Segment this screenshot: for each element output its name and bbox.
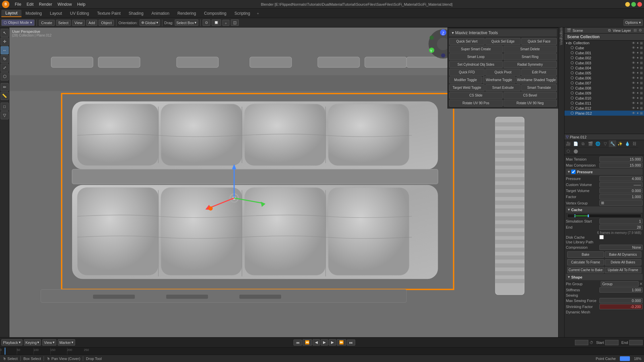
delete-all-btn[interactable]: Delete All Bakes	[605, 259, 642, 265]
pin-close-btn[interactable]: ✕	[639, 282, 643, 286]
tab-modeling[interactable]: Modeling	[21, 10, 46, 17]
tree-item-cube007[interactable]: ⬡Cube.007👁 ✦ ⊞	[565, 80, 644, 85]
current-frame-input[interactable]: 7	[575, 340, 588, 345]
maxivz-collapse-icon[interactable]: ▾	[452, 31, 454, 35]
tab-animation[interactable]: Animation	[148, 10, 173, 17]
shape-section-header[interactable]: Shape	[566, 274, 643, 280]
target-vol-value[interactable]: 0.000	[599, 188, 643, 193]
tree-item-collection[interactable]: ▾🗁Collection👁 ✦ ⊞	[565, 41, 644, 45]
smart-extrude-btn[interactable]: Smart Extrude	[485, 84, 521, 91]
menu-help[interactable]: Help	[74, 1, 88, 7]
scene-collection-header[interactable]: Scene Collection	[565, 34, 644, 41]
item-strip-btn[interactable]: Item	[559, 28, 564, 34]
tab-sculpting[interactable]: Layout	[46, 10, 66, 17]
tool-cursor[interactable]: ✛	[1, 38, 9, 46]
quick-ffd-btn[interactable]: Quick FFD	[449, 69, 485, 76]
xray-btn[interactable]: ◫	[231, 19, 239, 26]
tree-item-cube[interactable]: ⬡Cube👁 ✦ ⊞	[565, 45, 644, 50]
tool-scale[interactable]: ⤢	[1, 64, 9, 72]
view-layer-props-icon[interactable]: ⧉	[579, 140, 587, 147]
disk-cache-checkbox[interactable]	[599, 235, 604, 239]
set-cylindrical-btn[interactable]: Set Cylindrical Obj Sides	[449, 61, 503, 68]
tree-item-cube011[interactable]: ⬡Cube.011👁 ✦ ⊞	[565, 101, 644, 106]
obj-props-icon[interactable]: ▽	[601, 140, 609, 147]
settings-icon[interactable]: ⚙	[639, 28, 642, 33]
modifier-props-icon[interactable]: 🔧	[609, 140, 616, 147]
stiffness-value[interactable]: 1.000	[599, 287, 643, 293]
prev-keyframe-btn[interactable]: ⏪	[303, 339, 312, 346]
super-smart-create-btn[interactable]: Super Smart Create	[449, 46, 503, 53]
wireframe-toggle-btn[interactable]: Wireframe Toggle	[483, 76, 516, 83]
add-workspace-btn[interactable]: +	[254, 10, 262, 16]
sim-start-value[interactable]: 1	[599, 219, 643, 224]
tool-transform[interactable]: ⬡	[1, 72, 9, 80]
smart-ring-btn[interactable]: Smart Ring	[503, 53, 557, 60]
scrubber-bar[interactable]: 0 50 100 150 200 250	[0, 347, 644, 355]
render-props-icon[interactable]: 🎥	[565, 140, 572, 147]
playhead[interactable]	[5, 348, 5, 355]
options-dropdown[interactable]: Options ▾	[624, 19, 643, 26]
tree-item-plane012[interactable]: ⬡Plane.012👁 ✦ ⊞	[565, 111, 644, 116]
wireframe-shaded-btn[interactable]: Wireframe Shaded Toggle	[516, 76, 557, 83]
quick-sel-edge-btn[interactable]: Quick Sel Edge	[485, 38, 521, 45]
tab-uv[interactable]: UV Editing	[66, 10, 93, 17]
mode-selector[interactable]: ⬡ Object Mode ▾	[1, 19, 35, 26]
close-btn[interactable]	[637, 2, 642, 7]
bake-all-btn[interactable]: Bake All Dynamics	[605, 251, 642, 258]
cache-handle-right[interactable]	[588, 215, 589, 217]
tree-item-cube002[interactable]: ⬡Cube.002👁 ✦ ⊞	[565, 55, 644, 60]
edit-pivot-btn[interactable]: Edit Pivot	[521, 69, 557, 76]
smart-translate-btn[interactable]: Smart Translate	[521, 84, 557, 91]
tree-item-cube010[interactable]: ⬡Cube.010👁 ✦ ⊞	[565, 96, 644, 101]
vertex-group-value[interactable]: ⊞	[599, 200, 643, 206]
calc-frame-btn[interactable]: Calculate To Frame	[567, 259, 604, 265]
end-input[interactable]: 250	[629, 340, 643, 345]
constraints-props-icon[interactable]: ⛓	[631, 140, 638, 147]
tab-texture[interactable]: Texture Paint	[93, 10, 124, 17]
pressure-enabled[interactable]	[571, 170, 576, 174]
orientation-dropdown[interactable]: ⊕ Global ▾	[140, 19, 160, 26]
next-keyframe-btn[interactable]: ⏩	[337, 339, 346, 346]
create-btn[interactable]: Create	[39, 20, 55, 26]
pressure-section-header[interactable]: Pressure	[566, 169, 643, 175]
tool-annotate[interactable]: ✏	[1, 83, 9, 91]
tree-item-cube005[interactable]: ⬡Cube.005👁 ✦ ⊞	[565, 70, 644, 75]
max-sewing-value[interactable]: 0.000	[599, 298, 643, 303]
update-all-btn[interactable]: Update All To Frame	[605, 267, 642, 273]
tree-item-cube004[interactable]: ⬡Cube.004👁 ✦ ⊞	[565, 65, 644, 70]
compression-value[interactable]: None	[599, 245, 643, 250]
prev-frame-btn[interactable]: ◀	[313, 339, 320, 346]
select-btn[interactable]: Select	[56, 20, 71, 26]
menu-file[interactable]: File	[12, 1, 24, 7]
tree-item-cube009[interactable]: ⬡Cube.009👁 ✦ ⊞	[565, 90, 644, 96]
tree-item-cube003[interactable]: ⬡Cube.003👁 ✦ ⊞	[565, 60, 644, 65]
next-frame-btn[interactable]: ▶	[329, 339, 336, 346]
custom-vol-value[interactable]: ——	[599, 182, 643, 187]
physics-props-icon[interactable]: 💧	[624, 140, 631, 147]
cs-slide-btn[interactable]: CS Slide	[449, 92, 503, 99]
output-props-icon[interactable]: 📄	[572, 140, 579, 147]
world-props-icon[interactable]: 🌐	[594, 140, 601, 147]
smart-loop-btn[interactable]: Smart Loop	[449, 53, 503, 60]
keying-dropdown[interactable]: Keying ▾	[24, 339, 41, 346]
material-props-icon[interactable]: ⬤	[572, 147, 579, 155]
factor-value[interactable]: 1.000	[599, 194, 643, 199]
tool-add-mesh[interactable]: ▽	[1, 111, 9, 119]
tool-select[interactable]: ↖	[1, 29, 9, 37]
drag-dropdown[interactable]: Select Box ▾	[175, 19, 199, 26]
jump-end-btn[interactable]: ⏭	[347, 340, 355, 346]
current-cache-btn[interactable]: Current Cache to Bake	[567, 267, 604, 273]
tool-add-cube[interactable]: □	[1, 103, 9, 111]
quick-sel-face-btn[interactable]: Quick Sel Face	[521, 38, 557, 45]
tool-move[interactable]: ↔	[1, 46, 9, 54]
modifier-toggle-btn[interactable]: Modifier Toggle	[449, 76, 482, 83]
quick-pivot-btn[interactable]: Quick Pivot	[485, 69, 521, 76]
minimize-btn[interactable]	[625, 2, 630, 7]
tree-item-cube008[interactable]: ⬡Cube.008👁 ✦ ⊞	[565, 85, 644, 90]
tree-item-cube012[interactable]: ⬡Cube.012👁 ✦ ⊞	[565, 106, 644, 111]
cs-bevel-btn[interactable]: CS Bevel	[503, 92, 557, 99]
tab-shading[interactable]: Shading	[125, 10, 148, 17]
tree-item-cube006[interactable]: ⬡Cube.006👁 ✦ ⊞	[565, 75, 644, 80]
proportional-btn[interactable]: ⊙	[203, 19, 210, 26]
tab-compositing[interactable]: Compositing	[200, 10, 230, 17]
